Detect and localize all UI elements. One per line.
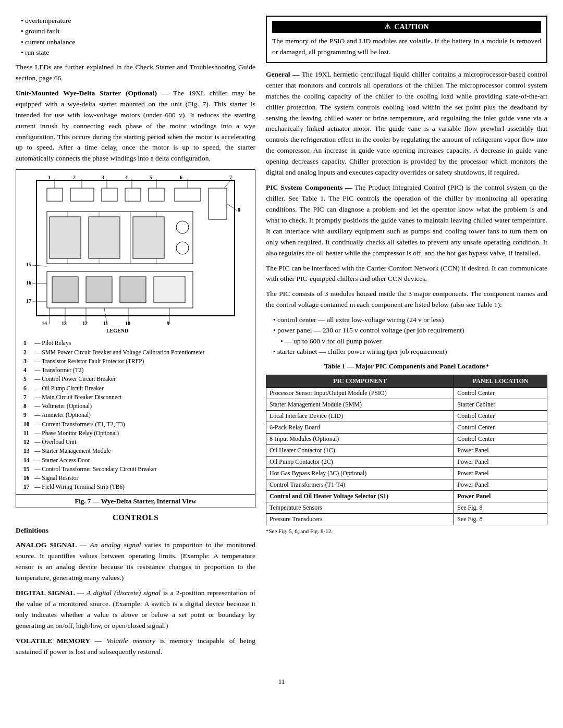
table-body: Processor Sensor Input/Output Module (PS…: [266, 388, 547, 525]
legend-item-5: 5 — Control Power Circuit Breaker: [23, 375, 248, 384]
table-cell-component: 8-Input Modules (Optional): [266, 434, 454, 445]
table-row: Oil Heater Contactor (1C) Power Panel: [266, 445, 547, 456]
svg-rect-22: [154, 277, 185, 303]
figure-legend: 1 — Pilot Relays 2 — SMM Power Circuit B…: [16, 337, 255, 493]
table-row: Pressure Transducers See Fig. 8: [266, 514, 547, 525]
left-column: overtemperature ground fault current unb…: [16, 16, 255, 662]
svg-text:14: 14: [42, 320, 47, 326]
svg-rect-2: [70, 188, 94, 201]
figure-diagram: 1 2 3 4 5 6 7 17 16 15 8 14 13 12: [16, 170, 255, 337]
table-caption: Table 1 — Major PIC Components and Panel…: [266, 362, 547, 371]
svg-rect-6: [175, 188, 201, 201]
caution-box: CAUTION The memory of the PSIO and LID m…: [266, 16, 547, 63]
svg-rect-1: [47, 188, 63, 201]
table-cell-component: 6-Pack Relay Board: [266, 422, 454, 434]
legend-item-4: 4 — Transformer (T2): [23, 366, 248, 375]
table-cell-component: Pressure Transducers: [266, 514, 454, 525]
pic-text: The Product Integrated Control (PIC) is …: [266, 183, 547, 257]
bullet-starter-cabinet: starter cabinet — chiller power wiring (…: [273, 347, 547, 357]
svg-rect-4: [125, 188, 141, 201]
volatile-paragraph: VOLATILE MEMORY — Volatile memory is mem…: [16, 636, 255, 658]
svg-rect-14: [89, 217, 120, 258]
table-row-highlight: Control and Oil Heater Voltage Selector …: [266, 491, 547, 502]
legend-item-16: 16 — Signal Resistor: [23, 474, 248, 483]
caution-header: CAUTION: [272, 21, 541, 33]
figure-caption: Fig. 7 — Wye-Delta Starter, Internal Vie…: [16, 494, 255, 508]
table-row: Processor Sensor Input/Output Module (PS…: [266, 388, 547, 399]
general-paragraph: General — The 19XL hermetic centrifugal …: [266, 69, 547, 178]
table-cell-component: Starter Management Module (SMM): [266, 399, 454, 411]
pic-paragraph: PIC System Components — The Product Inte…: [266, 182, 547, 258]
table-cell-component: Oil Pump Contactor (2C): [266, 456, 454, 468]
svg-text:12: 12: [82, 320, 88, 326]
analog-paragraph: ANALOG SIGNAL — An analog signal varies …: [16, 540, 255, 584]
component-bullets: control center — all extra low-voltage w…: [266, 315, 547, 357]
svg-rect-7: [209, 188, 227, 219]
legend-list: 1 — Pilot Relays 2 — SMM Power Circuit B…: [20, 339, 251, 491]
table-header-row: PIC COMPONENT PANEL LOCATION: [266, 375, 547, 388]
svg-text:1: 1: [48, 175, 51, 180]
caution-text: The memory of the PSIO and LID modules a…: [272, 36, 541, 58]
general-heading: General —: [266, 70, 299, 78]
led-paragraph: These LEDs are further explained in the …: [16, 62, 255, 84]
diagram-svg: 1 2 3 4 5 6 7 17 16 15 8 14 13 12: [16, 170, 255, 337]
svg-text:17: 17: [26, 298, 31, 304]
table-cell-component: Hot Gas Bypass Relay (3C) (Optional): [266, 468, 454, 479]
table-cell-component: Oil Heater Contactor (1C): [266, 445, 454, 456]
bullet-oil-pump: — up to 600 v for oil pump power: [280, 336, 547, 347]
svg-text:5: 5: [150, 175, 152, 180]
legend-item-6: 6 — Oil Pump Circuit Breaker: [23, 384, 248, 393]
right-column: CAUTION The memory of the PSIO and LID m…: [266, 16, 547, 662]
legend-item-13: 13 — Starter Management Module: [23, 447, 248, 455]
analog-heading: ANALOG SIGNAL —: [16, 541, 87, 549]
svg-text:8: 8: [238, 207, 240, 213]
svg-text:9: 9: [167, 320, 169, 326]
digital-heading: DIGITAL SIGNAL —: [16, 589, 84, 597]
modules-paragraph: The PIC consists of 3 modules housed ins…: [266, 289, 547, 311]
legend-item-11: 11 — Phase Monitor Relay (Optional): [23, 429, 248, 438]
svg-text:6: 6: [180, 175, 182, 180]
table-cell-location: Power Panel: [454, 479, 547, 491]
digital-italic: A digital (discrete) signal: [87, 589, 161, 597]
svg-text:16: 16: [26, 280, 31, 286]
svg-text:LEGEND: LEGEND: [106, 328, 128, 334]
svg-point-17: [176, 242, 189, 254]
bullet-current-unbalance: current unbalance: [21, 37, 255, 47]
legend-item-3: 3 — Transistor Resistor Fault Protector …: [23, 357, 248, 366]
table-row: Temperature Sensors See Fig. 8: [266, 502, 547, 514]
table-cell-location: See Fig. 8: [454, 514, 547, 525]
svg-text:4: 4: [125, 175, 128, 180]
table-cell-component: Control Transformers (T1-T4): [266, 479, 454, 491]
svg-rect-5: [149, 188, 164, 201]
table-cell-component: Local Interface Device (LID): [266, 411, 454, 422]
volatile-italic: Volatile memory: [106, 637, 155, 645]
table-header-location: PANEL LOCATION: [454, 375, 547, 388]
legend-item-8: 8 — Voltmeter (Optional): [23, 402, 248, 411]
svg-text:10: 10: [125, 320, 130, 326]
pic-table: PIC COMPONENT PANEL LOCATION Processor S…: [266, 375, 547, 525]
table-header-component: PIC COMPONENT: [266, 375, 454, 388]
svg-text:11: 11: [103, 320, 108, 326]
svg-line-55: [32, 265, 47, 266]
pic-heading: PIC System Components —: [266, 183, 352, 191]
svg-text:3: 3: [102, 175, 104, 180]
table-cell-location: Power Panel: [454, 456, 547, 468]
volatile-heading: VOLATILE MEMORY —: [16, 637, 102, 645]
table-row: Starter Management Module (SMM) Starter …: [266, 399, 547, 411]
legend-item-10: 10 — Current Transformers (T1, T2, T3): [23, 420, 248, 429]
bullet-list-led: overtemperature ground fault current unb…: [16, 16, 255, 58]
analog-italic: An analog signal: [90, 541, 141, 549]
svg-rect-13: [50, 217, 81, 258]
table-footnote: *See Fig. 5, 6, and Fig. 8-12.: [266, 527, 547, 536]
legend-item-2: 2 — SMM Power Circuit Breaker and Voltag…: [23, 348, 248, 357]
bullet-power-panel: power panel — 230 or 115 v control volta…: [273, 325, 547, 336]
svg-text:13: 13: [62, 320, 67, 326]
svg-rect-19: [52, 277, 78, 303]
legend-item-14: 14 — Starter Access Door: [23, 456, 248, 465]
table-cell-location: Control Center: [454, 422, 547, 434]
table-cell-component-highlight: Control and Oil Heater Voltage Selector …: [266, 491, 454, 502]
legend-item-7: 7 — Main Circuit Breaker Disconnect: [23, 393, 248, 402]
legend-item-17: 17 — Field Wiring Terminal Strip (TB6): [23, 483, 248, 491]
legend-item-15: 15 — Control Transformer Secondary Circu…: [23, 465, 248, 474]
ccn-paragraph: The PIC can be interfaced with the Carri…: [266, 263, 547, 285]
